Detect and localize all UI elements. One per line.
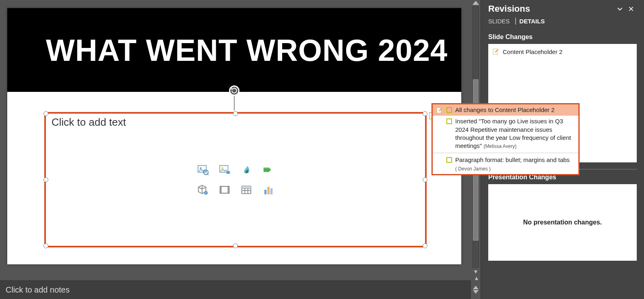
notes-resize-handle[interactable] <box>471 280 481 299</box>
slide-canvas[interactable]: WHAT WENT WRONG 2024 Click to add text <box>7 8 461 264</box>
slide-title[interactable]: WHAT WENT WRONG 2024 <box>46 33 448 68</box>
svg-rect-19 <box>228 192 229 193</box>
content-placeholder[interactable]: Click to add text + <box>44 112 427 247</box>
insert-3dmodel-icon[interactable]: + <box>194 181 212 199</box>
rotate-handle[interactable] <box>229 85 239 110</box>
insert-icon-icon[interactable] <box>237 161 255 179</box>
scroll-down-icon[interactable]: ▼ <box>473 269 479 274</box>
svg-rect-13 <box>221 189 221 189</box>
svg-point-5 <box>221 167 223 169</box>
svg-rect-12 <box>221 187 221 188</box>
tab-details[interactable]: DETAILS <box>515 18 545 25</box>
svg-rect-28 <box>270 188 273 194</box>
accept-insert-checkbox[interactable] <box>446 118 452 124</box>
changes-popup-header[interactable]: All changes to Content Placeholder 2 <box>433 104 578 116</box>
accept-all-checkbox[interactable] <box>446 107 452 113</box>
insert-picture-icon[interactable] <box>216 161 233 179</box>
slide-change-item-label: Content Placeholder 2 <box>503 48 562 55</box>
svg-rect-17 <box>228 189 229 189</box>
insert-stock-image-icon[interactable] <box>194 161 212 179</box>
svg-rect-25 <box>242 186 251 189</box>
notes-placeholder: Click to add notes <box>6 285 70 295</box>
pane-options-button[interactable] <box>614 3 625 15</box>
changes-popup-header-text: All changes to Content Placeholder 2 <box>455 106 575 114</box>
change-item-format[interactable]: Paragraph format: bullet; margins and ta… <box>433 154 578 174</box>
changes-popup: All changes to Content Placeholder 2 Ins… <box>431 103 580 175</box>
insert-smartart-icon[interactable] <box>259 161 277 179</box>
slide-changes-label: Slide Changes <box>481 29 644 44</box>
insert-video-icon[interactable] <box>216 181 233 199</box>
svg-rect-6 <box>227 171 230 174</box>
revision-edit-icon <box>436 107 443 114</box>
svg-line-3 <box>207 174 208 175</box>
pane-close-button[interactable] <box>625 3 637 15</box>
slide-title-bar: WHAT WENT WRONG 2024 <box>7 8 461 92</box>
accept-format-checkbox[interactable] <box>446 157 452 163</box>
insert-table-icon[interactable] <box>237 181 255 199</box>
tab-slides[interactable]: SLIDES <box>488 18 510 25</box>
no-presentation-changes-text: No presentation changes. <box>523 219 602 226</box>
svg-rect-27 <box>267 187 270 195</box>
svg-rect-15 <box>221 192 221 193</box>
presentation-changes-list: No presentation changes. <box>488 184 637 261</box>
chevron-down-icon <box>616 5 623 12</box>
notes-pane[interactable]: Click to add notes <box>0 280 471 299</box>
svg-rect-14 <box>221 190 221 191</box>
svg-rect-16 <box>228 187 229 188</box>
revisions-title: Revisions <box>488 4 614 14</box>
insert-chart-icon[interactable] <box>259 181 277 199</box>
change-item-insert[interactable]: Inserted "Too many go Live issues in Q3 … <box>433 116 578 152</box>
svg-text:+: + <box>205 191 207 194</box>
revision-edit-icon <box>492 48 500 55</box>
insert-content-grid: + <box>194 161 277 199</box>
slide-change-item[interactable]: Content Placeholder 2 <box>492 47 633 56</box>
content-placeholder-text: Click to add text <box>52 116 126 129</box>
close-icon <box>628 6 634 12</box>
svg-rect-26 <box>264 190 267 194</box>
scroll-up-icon[interactable] <box>473 1 479 5</box>
rotate-icon[interactable] <box>229 85 239 96</box>
revisions-tabs: SLIDES DETAILS <box>481 15 644 29</box>
svg-point-1 <box>200 167 202 169</box>
svg-rect-18 <box>228 190 229 191</box>
slide-editor-area: WHAT WENT WRONG 2024 Click to add text <box>0 0 481 299</box>
